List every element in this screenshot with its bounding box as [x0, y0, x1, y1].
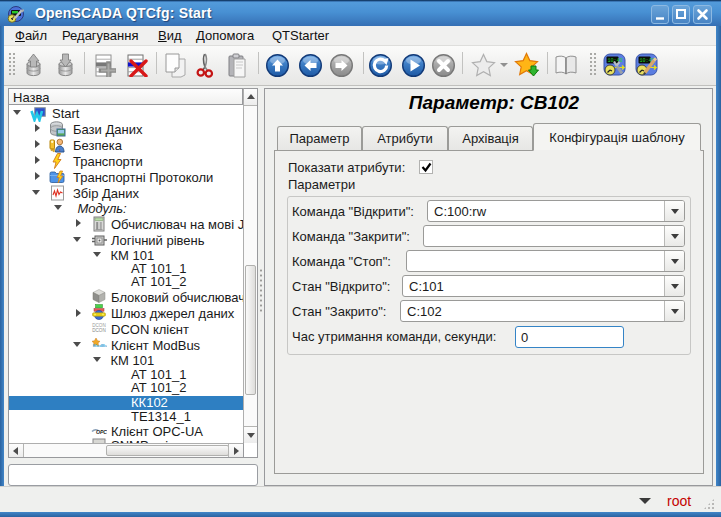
svg-text:DCON: DCON	[92, 328, 106, 333]
svg-text:OPC: OPC	[96, 429, 107, 435]
svg-text:ModBus: ModBus	[93, 343, 107, 348]
